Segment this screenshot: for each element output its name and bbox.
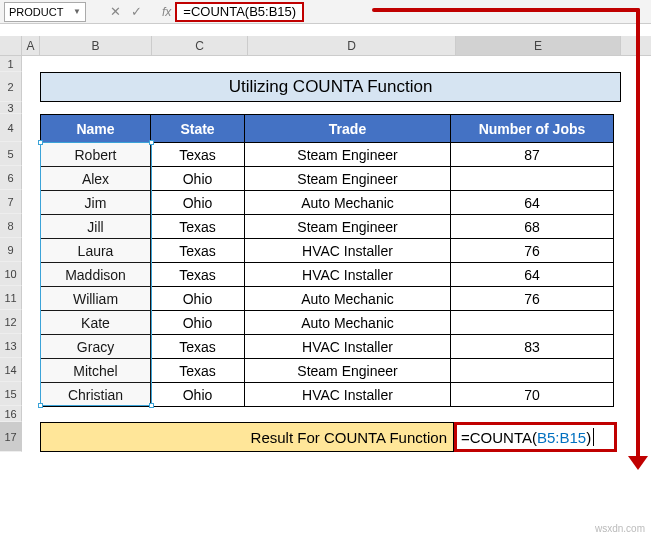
cell-trade[interactable]: Steam Engineer bbox=[245, 167, 451, 191]
formula-bar-input[interactable]: =COUNTA(B5:B15) bbox=[175, 2, 304, 22]
table-row: LauraTexasHVAC Installer76 bbox=[41, 239, 614, 263]
cell-jobs[interactable]: 68 bbox=[451, 215, 614, 239]
col-header-e[interactable]: E bbox=[456, 36, 621, 55]
select-all-corner[interactable] bbox=[0, 36, 22, 55]
formula-bar-text: =COUNTA(B5:B15) bbox=[183, 4, 296, 19]
row-header[interactable]: 8 bbox=[0, 214, 22, 238]
cell-name[interactable]: Alex bbox=[41, 167, 151, 191]
row-header[interactable]: 9 bbox=[0, 238, 22, 262]
cell-jobs[interactable]: 76 bbox=[451, 287, 614, 311]
cell-state[interactable]: Texas bbox=[151, 143, 245, 167]
cell-jobs[interactable]: 83 bbox=[451, 335, 614, 359]
col-header-d[interactable]: D bbox=[248, 36, 456, 55]
cell-name[interactable]: Christian bbox=[41, 383, 151, 407]
row-header[interactable]: 17 bbox=[0, 422, 22, 452]
col-header-a[interactable]: A bbox=[22, 36, 40, 55]
cell-jobs[interactable]: 64 bbox=[451, 263, 614, 287]
cell-jobs[interactable]: 87 bbox=[451, 143, 614, 167]
chevron-down-icon[interactable]: ▼ bbox=[73, 7, 81, 16]
sheet-title: Utilizing COUNTA Function bbox=[40, 72, 621, 102]
row-header[interactable]: 10 bbox=[0, 262, 22, 286]
cell-trade[interactable]: HVAC Installer bbox=[245, 239, 451, 263]
cell-state[interactable]: Texas bbox=[151, 359, 245, 383]
table-row: JimOhioAuto Mechanic64 bbox=[41, 191, 614, 215]
row-header[interactable]: 11 bbox=[0, 286, 22, 310]
result-label: Result For COUNTA Function bbox=[40, 422, 454, 452]
column-headers: A B C D E bbox=[0, 36, 651, 56]
table-header-row: Name State Trade Number of Jobs bbox=[41, 115, 614, 143]
cell-state[interactable]: Ohio bbox=[151, 167, 245, 191]
header-name: Name bbox=[41, 115, 151, 143]
cell-name[interactable]: Maddison bbox=[41, 263, 151, 287]
accept-icon[interactable]: ✓ bbox=[131, 4, 142, 19]
row-header[interactable]: 2 bbox=[0, 72, 22, 102]
header-state: State bbox=[151, 115, 245, 143]
cell-name[interactable]: Laura bbox=[41, 239, 151, 263]
row-header[interactable]: 12 bbox=[0, 310, 22, 334]
cell-name[interactable]: Kate bbox=[41, 311, 151, 335]
watermark: wsxdn.com bbox=[595, 523, 645, 534]
cell-state[interactable]: Texas bbox=[151, 215, 245, 239]
data-table: Name State Trade Number of Jobs RobertTe… bbox=[40, 114, 614, 407]
header-jobs: Number of Jobs bbox=[451, 115, 614, 143]
cell-state[interactable]: Texas bbox=[151, 335, 245, 359]
header-trade: Trade bbox=[245, 115, 451, 143]
cell-state[interactable]: Ohio bbox=[151, 311, 245, 335]
formula-prefix: =COUNTA( bbox=[461, 429, 537, 446]
cell-trade[interactable]: HVAC Installer bbox=[245, 383, 451, 407]
cell-jobs[interactable] bbox=[451, 167, 614, 191]
cell-state[interactable]: Ohio bbox=[151, 191, 245, 215]
cell-state[interactable]: Ohio bbox=[151, 383, 245, 407]
cell-jobs[interactable]: 70 bbox=[451, 383, 614, 407]
cell-trade[interactable]: Auto Mechanic bbox=[245, 287, 451, 311]
cell-trade[interactable]: HVAC Installer bbox=[245, 263, 451, 287]
row-header[interactable]: 14 bbox=[0, 358, 22, 382]
active-cell[interactable]: =COUNTA(B5:B15) bbox=[454, 422, 617, 452]
fx-icon[interactable]: fx bbox=[162, 5, 171, 19]
cell-trade[interactable]: Steam Engineer bbox=[245, 143, 451, 167]
cell-name[interactable]: William bbox=[41, 287, 151, 311]
table-row: JillTexasSteam Engineer68 bbox=[41, 215, 614, 239]
table-row: MaddisonTexasHVAC Installer64 bbox=[41, 263, 614, 287]
table-row: KateOhioAuto Mechanic bbox=[41, 311, 614, 335]
cell-name[interactable]: Gracy bbox=[41, 335, 151, 359]
cells-area[interactable]: Utilizing COUNTA Function Name State Tra… bbox=[22, 56, 651, 452]
row-header[interactable]: 3 bbox=[0, 102, 22, 114]
cell-name[interactable]: Robert bbox=[41, 143, 151, 167]
row-header[interactable]: 5 bbox=[0, 142, 22, 166]
arrow-head-icon bbox=[628, 456, 648, 470]
row-header[interactable]: 1 bbox=[0, 56, 22, 72]
row-headers: 1 2 3 4 5 6 7 8 9 10 11 12 13 14 15 16 1… bbox=[0, 56, 22, 452]
formula-bar-row: PRODUCT ▼ ✕ ✓ fx =COUNTA(B5:B15) bbox=[0, 0, 651, 24]
col-header-c[interactable]: C bbox=[152, 36, 248, 55]
cell-trade[interactable]: Steam Engineer bbox=[245, 359, 451, 383]
table-row: MitchelTexasSteam Engineer bbox=[41, 359, 614, 383]
cell-trade[interactable]: Auto Mechanic bbox=[245, 191, 451, 215]
row-header[interactable]: 4 bbox=[0, 114, 22, 142]
formula-ref: B5:B15 bbox=[537, 429, 586, 446]
cell-jobs[interactable] bbox=[451, 311, 614, 335]
row-header[interactable]: 7 bbox=[0, 190, 22, 214]
cell-trade[interactable]: Steam Engineer bbox=[245, 215, 451, 239]
cell-name[interactable]: Mitchel bbox=[41, 359, 151, 383]
cell-state[interactable]: Ohio bbox=[151, 287, 245, 311]
cancel-icon[interactable]: ✕ bbox=[110, 4, 121, 19]
row-header[interactable]: 15 bbox=[0, 382, 22, 406]
cell-jobs[interactable]: 64 bbox=[451, 191, 614, 215]
col-header-b[interactable]: B bbox=[40, 36, 152, 55]
row-header[interactable]: 16 bbox=[0, 406, 22, 422]
cell-state[interactable]: Texas bbox=[151, 239, 245, 263]
row-header[interactable]: 13 bbox=[0, 334, 22, 358]
spreadsheet-grid: A B C D E 1 2 3 4 5 6 7 8 9 10 11 12 13 … bbox=[0, 36, 651, 452]
cell-trade[interactable]: Auto Mechanic bbox=[245, 311, 451, 335]
cell-jobs[interactable]: 76 bbox=[451, 239, 614, 263]
cell-name[interactable]: Jill bbox=[41, 215, 151, 239]
cell-name[interactable]: Jim bbox=[41, 191, 151, 215]
row-header[interactable]: 6 bbox=[0, 166, 22, 190]
cell-state[interactable]: Texas bbox=[151, 263, 245, 287]
name-box[interactable]: PRODUCT ▼ bbox=[4, 2, 86, 22]
table-row: RobertTexasSteam Engineer87 bbox=[41, 143, 614, 167]
cell-trade[interactable]: HVAC Installer bbox=[245, 335, 451, 359]
cell-jobs[interactable] bbox=[451, 359, 614, 383]
formula-bar-buttons: ✕ ✓ fx bbox=[110, 4, 171, 19]
